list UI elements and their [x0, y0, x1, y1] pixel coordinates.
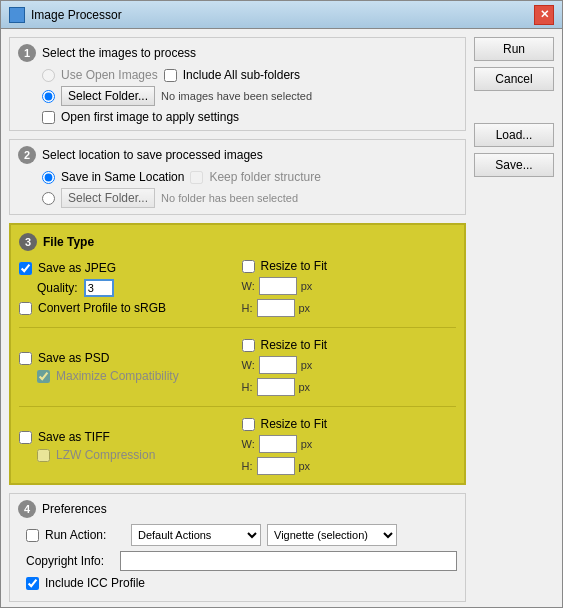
tiff-w-label: W: — [242, 438, 255, 450]
lzw-checkbox[interactable] — [37, 449, 50, 462]
main-panel: 1 Select the images to process Use Open … — [9, 37, 466, 599]
run-action-label: Run Action: — [45, 528, 125, 542]
psd-h-label: H: — [242, 381, 253, 393]
copyright-row: Copyright Info: — [26, 551, 457, 571]
select-folder-button[interactable]: Select Folder... — [61, 86, 155, 106]
jpeg-left: Save as JPEG Quality: Convert Profile to… — [19, 261, 234, 315]
max-compat-checkbox[interactable] — [37, 370, 50, 383]
load-button[interactable]: Load... — [474, 123, 554, 147]
include-subfolders-label: Include All sub-folders — [183, 68, 300, 82]
open-first-image-checkbox[interactable] — [42, 111, 55, 124]
tiff-resize-label: Resize to Fit — [261, 417, 328, 431]
jpeg-resize-label: Resize to Fit — [261, 259, 328, 273]
section4-title: Preferences — [42, 502, 107, 516]
save-psd-checkbox[interactable] — [19, 352, 32, 365]
convert-profile-checkbox[interactable] — [19, 302, 32, 315]
content-area: 1 Select the images to process Use Open … — [1, 29, 562, 607]
keep-folder-structure-checkbox[interactable] — [190, 171, 203, 184]
convert-profile-label: Convert Profile to sRGB — [38, 301, 166, 315]
run-action-checkbox[interactable] — [26, 529, 39, 542]
tiff-h-label: H: — [242, 460, 253, 472]
section1: 1 Select the images to process Use Open … — [9, 37, 466, 131]
lzw-label: LZW Compression — [56, 448, 155, 462]
section2-number: 2 — [18, 146, 36, 164]
use-open-images-label: Use Open Images — [61, 68, 158, 82]
run-action-row: Run Action: Default Actions Vignette (se… — [26, 524, 457, 546]
copyright-input[interactable] — [120, 551, 457, 571]
tiff-resize-row: Resize to Fit — [242, 417, 457, 431]
quality-input[interactable] — [84, 279, 114, 297]
psd-resize-checkbox[interactable] — [242, 339, 255, 352]
max-compat-label: Maximize Compatibility — [56, 369, 179, 383]
quality-row: Quality: — [19, 279, 234, 297]
no-images-text: No images have been selected — [161, 90, 312, 102]
section4-number: 4 — [18, 500, 36, 518]
select-save-folder-radio[interactable] — [42, 192, 55, 205]
convert-profile-row: Convert Profile to sRGB — [19, 301, 234, 315]
use-open-images-radio[interactable] — [42, 69, 55, 82]
section1-number: 1 — [18, 44, 36, 62]
jpeg-h-row: H: px — [242, 299, 457, 317]
section2-row1: Save in Same Location Keep folder struct… — [42, 170, 457, 184]
section4: 4 Preferences Run Action: Default Action… — [9, 493, 466, 602]
psd-w-input[interactable] — [259, 356, 297, 374]
save-jpeg-checkbox[interactable] — [19, 262, 32, 275]
run-button[interactable]: Run — [474, 37, 554, 61]
psd-resize-row: Resize to Fit — [242, 338, 457, 352]
close-button[interactable]: ✕ — [534, 5, 554, 25]
open-first-image-label: Open first image to apply settings — [61, 110, 239, 124]
jpeg-main-row: Save as JPEG Quality: Convert Profile to… — [19, 259, 456, 317]
tiff-left: Save as TIFF LZW Compression — [19, 430, 234, 462]
save-tiff-label: Save as TIFF — [38, 430, 110, 444]
no-folder-text: No folder has been selected — [161, 192, 298, 204]
copyright-label: Copyright Info: — [26, 554, 114, 568]
section3-body: Save as JPEG Quality: Convert Profile to… — [19, 259, 456, 475]
section2-header: 2 Select location to save processed imag… — [18, 146, 457, 164]
tiff-w-row: W: px — [242, 435, 457, 453]
section2-title: Select location to save processed images — [42, 148, 263, 162]
include-icc-checkbox[interactable] — [26, 577, 39, 590]
tiff-h-px: px — [299, 460, 311, 472]
jpeg-resize-checkbox[interactable] — [242, 260, 255, 273]
tiff-w-px: px — [301, 438, 313, 450]
default-actions-select[interactable]: Default Actions — [131, 524, 261, 546]
tiff-h-row: H: px — [242, 457, 457, 475]
select-folder-radio[interactable] — [42, 90, 55, 103]
psd-w-row: W: px — [242, 356, 457, 374]
tiff-resize-checkbox[interactable] — [242, 418, 255, 431]
jpeg-h-input[interactable] — [257, 299, 295, 317]
section1-row3: Open first image to apply settings — [42, 110, 457, 124]
psd-w-label: W: — [242, 359, 255, 371]
titlebar: Image Processor ✕ — [1, 1, 562, 29]
jpeg-w-row: W: px — [242, 277, 457, 295]
psd-main-row: Save as PSD Maximize Compatibility — [19, 338, 456, 396]
section1-body: Use Open Images Include All sub-folders … — [18, 68, 457, 124]
section1-row1: Use Open Images Include All sub-folders — [42, 68, 457, 82]
section4-body: Run Action: Default Actions Vignette (se… — [18, 524, 457, 590]
jpeg-w-px: px — [301, 280, 313, 292]
lzw-row: LZW Compression — [19, 448, 234, 462]
tiff-h-input[interactable] — [257, 457, 295, 475]
tiff-main-row: Save as TIFF LZW Compression — [19, 417, 456, 475]
window-title: Image Processor — [31, 8, 122, 22]
keep-folder-structure-label: Keep folder structure — [209, 170, 320, 184]
save-same-location-radio[interactable] — [42, 171, 55, 184]
jpeg-right: Resize to Fit W: px H: — [242, 259, 457, 317]
section2-body: Save in Same Location Keep folder struct… — [18, 170, 457, 208]
section3-number: 3 — [19, 233, 37, 251]
titlebar-icon — [9, 7, 25, 23]
include-subfolders-checkbox[interactable] — [164, 69, 177, 82]
main-window: Image Processor ✕ 1 Select the images to… — [0, 0, 563, 608]
tiff-w-input[interactable] — [259, 435, 297, 453]
cancel-button[interactable]: Cancel — [474, 67, 554, 91]
jpeg-resize-row: Resize to Fit — [242, 259, 457, 273]
psd-h-input[interactable] — [257, 378, 295, 396]
vignette-select[interactable]: Vignette (selection) — [267, 524, 397, 546]
psd-group: Save as PSD Maximize Compatibility — [19, 338, 456, 396]
save-button[interactable]: Save... — [474, 153, 554, 177]
psd-h-px: px — [299, 381, 311, 393]
jpeg-w-input[interactable] — [259, 277, 297, 295]
save-tiff-checkbox[interactable] — [19, 431, 32, 444]
jpeg-w-label: W: — [242, 280, 255, 292]
save-folder-button[interactable]: Select Folder... — [61, 188, 155, 208]
